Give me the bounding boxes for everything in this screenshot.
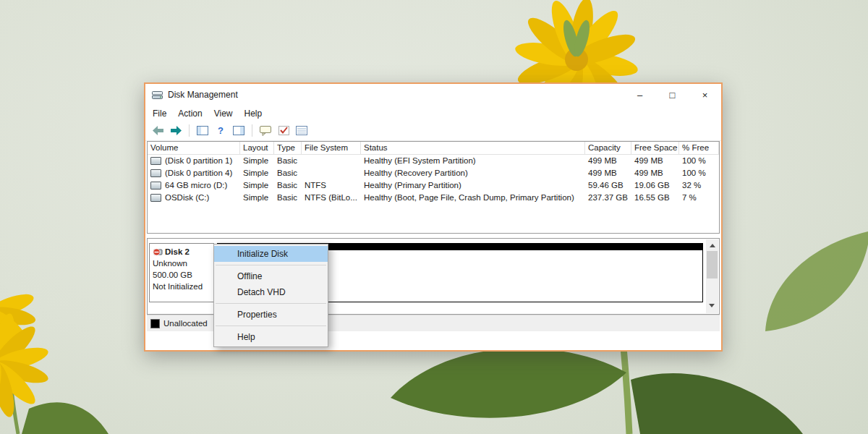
volume-icon — [150, 182, 161, 190]
table-row[interactable]: (Disk 0 partition 1) Simple Basic Health… — [148, 155, 719, 167]
list-view-icon[interactable] — [295, 125, 308, 137]
disk-type: Unknown — [153, 258, 210, 269]
volume-name: 64 GB micro (D:) — [165, 179, 227, 192]
console-tree-icon[interactable] — [196, 125, 209, 137]
column-header-free-space[interactable]: Free Space — [631, 142, 679, 154]
unallocated-label: Unallocated — [163, 319, 208, 328]
menu-item-help[interactable]: Help — [214, 329, 328, 345]
popup-icon[interactable] — [259, 125, 272, 137]
cell-type: Basic — [274, 167, 302, 179]
cell-pct-free: 7 % — [679, 192, 719, 204]
volume-name: OSDisk (C:) — [165, 192, 209, 204]
column-header-pct-free[interactable]: % Free — [679, 142, 719, 154]
menu-item-initialize-disk[interactable]: Initialize Disk — [214, 246, 328, 262]
action-pane-icon[interactable] — [232, 125, 245, 137]
cell-free-space: 16.55 GB — [631, 192, 679, 204]
column-header-file-system[interactable]: File System — [302, 142, 361, 154]
volume-list: Volume Layout Type File System Status Ca… — [147, 141, 720, 234]
menu-help[interactable]: Help — [239, 107, 268, 120]
minimize-button[interactable]: – — [624, 84, 656, 106]
table-row[interactable]: OSDisk (C:) Simple Basic NTFS (BitLo... … — [148, 192, 719, 204]
window-title: Disk Management — [168, 90, 238, 100]
cell-type: Basic — [274, 192, 302, 204]
table-row[interactable]: (Disk 0 partition 4) Simple Basic Health… — [148, 167, 719, 179]
cell-free-space: 499 MB — [631, 155, 679, 167]
disk-size: 500.00 GB — [153, 269, 210, 281]
menu-separator — [216, 265, 326, 265]
cell-layout: Simple — [240, 167, 274, 179]
forward-icon[interactable] — [169, 125, 182, 137]
menu-item-detach-vhd[interactable]: Detach VHD — [214, 284, 328, 300]
column-header-status[interactable]: Status — [361, 142, 585, 154]
column-header-volume[interactable]: Volume — [148, 142, 240, 154]
cell-file-system: NTFS — [302, 179, 361, 192]
context-menu: Initialize Disk Offline Detach VHD Prope… — [213, 244, 328, 347]
vertical-scrollbar[interactable] — [706, 239, 718, 313]
unallocated-swatch — [150, 319, 160, 328]
cell-pct-free: 100 % — [679, 167, 719, 179]
menu-file[interactable]: File — [147, 107, 172, 120]
cell-status: Healthy (Recovery Partition) — [361, 167, 585, 179]
cell-status: Healthy (Primary Partition) — [361, 179, 585, 192]
maximize-button[interactable]: □ — [656, 84, 689, 106]
menu-view[interactable]: View — [208, 107, 239, 120]
cell-layout: Simple — [240, 155, 274, 167]
volume-name: (Disk 0 partition 4) — [165, 167, 232, 179]
cell-capacity: 237.37 GB — [585, 192, 631, 204]
check-icon[interactable] — [277, 125, 290, 137]
cell-pct-free: 100 % — [679, 155, 719, 167]
disk-2-header[interactable]: Disk 2 Unknown 500.00 GB Not Initialized — [149, 243, 214, 302]
disk-management-icon — [152, 90, 163, 100]
column-header-layout[interactable]: Layout — [240, 142, 274, 154]
disk-error-icon — [153, 247, 163, 257]
cell-layout: Simple — [240, 192, 274, 204]
cell-capacity: 59.46 GB — [585, 179, 631, 192]
toolbar-separator — [252, 124, 252, 137]
column-header-capacity[interactable]: Capacity — [585, 142, 631, 154]
table-row[interactable]: 64 GB micro (D:) Simple Basic NTFS Healt… — [148, 179, 719, 192]
titlebar[interactable]: Disk Management – □ × — [145, 84, 721, 106]
column-header-type[interactable]: Type — [274, 142, 302, 154]
menu-bar: File Action View Help — [145, 106, 721, 121]
cell-pct-free: 32 % — [679, 179, 719, 192]
cell-layout: Simple — [240, 179, 274, 192]
menu-separator — [216, 326, 326, 326]
scrollbar-thumb[interactable] — [707, 251, 718, 278]
menu-action[interactable]: Action — [172, 107, 208, 120]
disk-state: Not Initialized — [153, 281, 210, 292]
cell-capacity: 499 MB — [585, 167, 631, 179]
cell-file-system: NTFS (BitLo... — [302, 192, 361, 204]
toolbar-separator — [189, 124, 190, 137]
volume-icon — [150, 157, 161, 165]
cell-status: Healthy (EFI System Partition) — [361, 155, 585, 167]
menu-item-offline[interactable]: Offline — [214, 268, 328, 284]
volume-list-header: Volume Layout Type File System Status Ca… — [148, 142, 719, 155]
cell-type: Basic — [274, 155, 302, 167]
close-button[interactable]: × — [689, 84, 721, 106]
disk-name: Disk 2 — [165, 246, 190, 258]
cell-type: Basic — [274, 179, 302, 192]
volume-icon — [150, 194, 161, 202]
toolbar: ? — [145, 121, 721, 141]
menu-item-properties[interactable]: Properties — [214, 307, 328, 323]
cell-free-space: 499 MB — [631, 167, 679, 179]
cell-status: Healthy (Boot, Page File, Crash Dump, Pr… — [361, 192, 585, 204]
back-icon[interactable] — [151, 125, 164, 137]
scroll-up-button[interactable] — [706, 239, 718, 250]
cell-capacity: 499 MB — [585, 155, 631, 167]
scroll-down-button[interactable] — [709, 304, 715, 310]
cell-free-space: 19.06 GB — [631, 179, 679, 192]
help-icon[interactable]: ? — [214, 125, 227, 137]
menu-separator — [216, 303, 326, 304]
volume-icon — [150, 169, 161, 177]
volume-name: (Disk 0 partition 1) — [165, 155, 232, 167]
